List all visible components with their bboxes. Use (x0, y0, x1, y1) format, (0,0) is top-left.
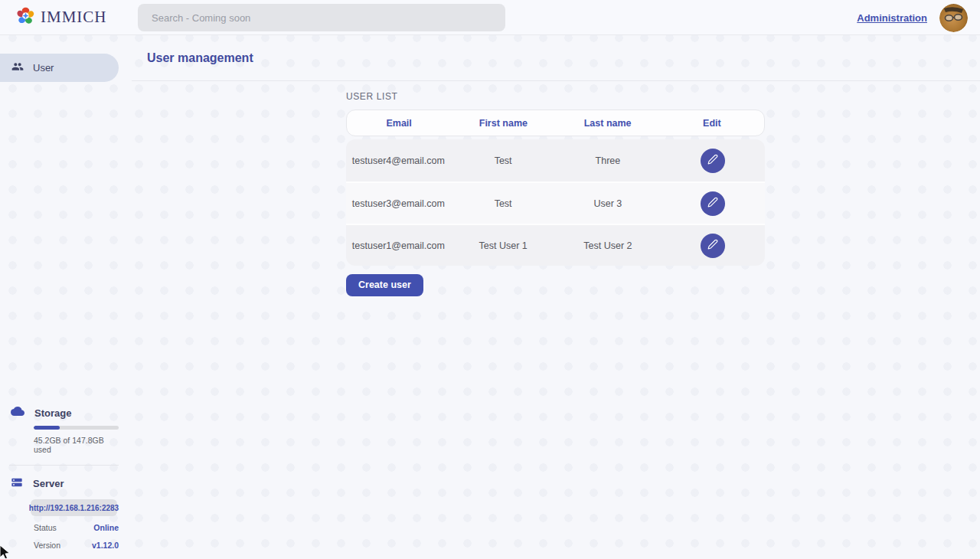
server-status-value: Online (93, 523, 119, 532)
server-status-label: Status (34, 523, 57, 532)
cell-edit (660, 149, 765, 173)
immich-logo-icon (15, 5, 36, 29)
cell-email: testuser4@email.com (346, 155, 451, 166)
edit-user-button[interactable] (701, 191, 725, 216)
storage-progress-bar (34, 426, 119, 430)
page-title: User management (147, 51, 253, 65)
edit-user-button[interactable] (701, 149, 725, 173)
edit-user-button[interactable] (701, 234, 725, 258)
brand-name: IMMICH (41, 8, 107, 27)
sidebar-item-user-label: User (33, 62, 54, 74)
brand[interactable]: IMMICH (15, 5, 107, 29)
storage-title: Storage (34, 406, 71, 419)
cell-last-name: Test User 2 (556, 240, 661, 251)
pencil-icon (707, 197, 718, 210)
cell-email: testuser1@email.com (346, 240, 451, 251)
create-user-button[interactable]: Create user (346, 274, 423, 296)
administration-link[interactable]: Administration (857, 12, 927, 24)
table-row: testuser3@email.comTestUser 3 (346, 181, 765, 224)
server-icon (11, 476, 23, 492)
mouse-cursor (0, 544, 12, 559)
search-input[interactable] (138, 4, 505, 31)
server-version-value: v1.12.0 (92, 541, 119, 550)
cell-email: testuser3@email.com (346, 198, 451, 209)
column-header-edit: Edit (660, 118, 764, 129)
pencil-icon (707, 239, 718, 252)
cell-last-name: Three (556, 155, 661, 166)
sidebar-item-user[interactable]: User (0, 54, 119, 82)
storage-usage-text: 45.2GB of 147.8GB used (34, 436, 119, 454)
cell-last-name: User 3 (556, 198, 661, 209)
app-header: IMMICH Administration (0, 0, 980, 35)
sidebar-divider (9, 465, 119, 466)
server-url-badge: http://192.168.1.216:2283 (31, 499, 117, 516)
cell-edit (660, 234, 765, 258)
user-avatar[interactable] (939, 4, 968, 32)
cloud-icon (11, 406, 24, 420)
page-title-bar: User management (132, 35, 980, 81)
column-header-last-name: Last name (556, 118, 660, 129)
user-table-header: Email First name Last name Edit (346, 110, 765, 136)
server-version-label: Version (34, 541, 60, 550)
storage-progress-fill (34, 426, 60, 430)
main-content: User management USER LIST Email First na… (132, 35, 980, 559)
user-table-body: testuser4@email.comTestThreetestuser3@em… (346, 139, 765, 266)
users-icon (11, 60, 24, 76)
table-row: testuser1@email.comTest User 1Test User … (346, 224, 765, 266)
column-header-email: Email (347, 118, 451, 129)
column-header-first-name: First name (451, 118, 555, 129)
cell-first-name: Test (451, 198, 556, 209)
table-row: testuser4@email.comTestThree (346, 139, 765, 181)
sidebar: User Storage 45.2GB of 147.8GB used (0, 35, 119, 559)
pencil-icon (707, 154, 718, 167)
cell-first-name: Test (451, 155, 556, 166)
user-list-section-label: USER LIST (346, 91, 765, 102)
cell-edit (660, 191, 765, 216)
sidebar-footer: Storage 45.2GB of 147.8GB used Server ht… (0, 406, 119, 551)
cell-first-name: Test User 1 (451, 240, 556, 251)
server-title: Server (33, 476, 64, 489)
